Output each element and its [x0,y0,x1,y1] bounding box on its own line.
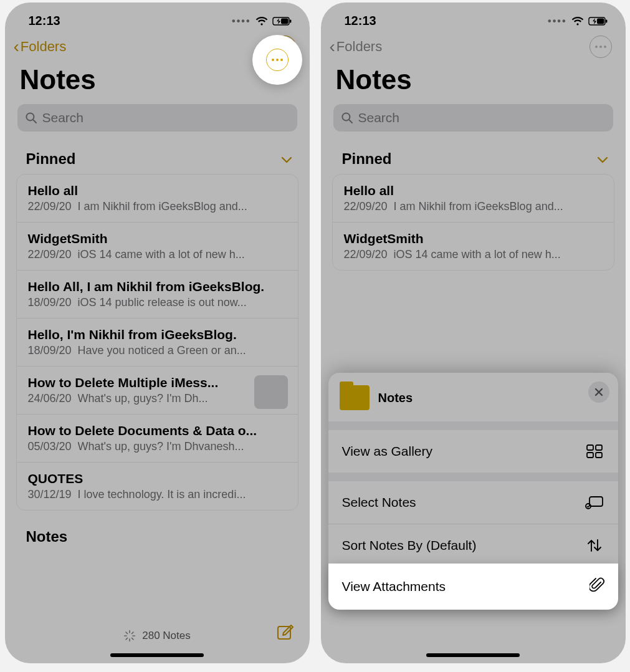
cellular-dots-icon: •••• [232,16,251,27]
chevron-left-icon: ‹ [14,37,19,57]
clock: 12:13 [29,14,60,28]
battery-charging-icon [272,16,292,26]
note-thumbnail [254,375,288,409]
paperclip-icon [589,577,604,597]
note-row[interactable]: How to Delete Multiple iMess... 24/06/20… [17,367,298,415]
note-preview: iOS 14 came with a lot of new h... [78,248,245,261]
note-title: How to Delete Multiple iMess... [28,375,234,390]
svg-line-12 [132,632,133,633]
sheet-header: Notes [328,373,618,421]
note-date: 22/09/20 [28,200,72,213]
notes-count: 280 Notes [123,630,191,642]
section-label: Pinned [26,150,76,168]
svg-rect-22 [596,453,602,458]
back-label: Folders [21,39,66,55]
wifi-icon [255,16,269,26]
view-as-gallery[interactable]: View as Gallery [328,430,618,473]
svg-rect-1 [290,19,291,22]
right-screenshot: 12:13 •••• ‹ Folders Notes Search Pinned [321,2,626,663]
note-row[interactable]: Hello all 22/09/20I am Nikhil from iGeek… [17,175,298,223]
left-screenshot: 12:13 •••• ‹ Folders Notes Search Pinned [5,2,310,663]
note-row[interactable]: Hello, I'm Nikhil from iGeeksBlog. 18/09… [17,319,298,367]
pinned-header[interactable]: Pinned [5,132,310,174]
search-input[interactable]: Search [17,104,297,132]
chevron-down-icon [281,150,292,168]
select-icon [585,494,604,511]
svg-rect-23 [589,497,603,506]
note-date: 22/09/20 [28,248,72,261]
svg-rect-19 [587,445,593,450]
search-icon [25,112,37,124]
note-preview: I love technology. It is an incredi... [78,488,246,501]
sort-notes[interactable]: Sort Notes By (Default) [328,524,618,567]
note-title: WidgetSmith [28,231,287,246]
status-bar: 12:13 •••• [5,2,310,32]
back-button[interactable]: ‹ Folders [14,37,67,57]
notes-section-header: Notes [5,511,310,552]
note-title: How to Delete Documents & Data o... [28,423,287,438]
note-title: QUOTES [28,471,287,486]
svg-line-11 [126,638,127,640]
view-attachments-highlight[interactable]: View Attachments [328,564,618,610]
note-row[interactable]: Hello All, I am Nikhil from iGeeksBlog. … [17,271,298,319]
note-preview: Have you noticed a Green or an... [78,344,246,357]
svg-rect-21 [587,453,593,458]
note-date: 05/03/20 [28,440,72,453]
select-notes[interactable]: Select Notes [328,481,618,524]
sheet-row-label: Sort Notes By (Default) [342,538,477,553]
note-row[interactable]: WidgetSmith 22/09/20iOS 14 came with a l… [17,223,298,271]
pinned-list: Hello all 22/09/20I am Nikhil from iGeek… [16,174,298,511]
more-button-highlight[interactable] [252,35,302,85]
note-preview: What's up, guys? I'm Dhvanesh... [78,440,244,453]
spinner-icon [123,630,136,642]
sheet-row-label: View as Gallery [342,444,433,459]
search-placeholder: Search [42,110,84,125]
note-row[interactable]: QUOTES 30/12/19I love technology. It is … [17,463,298,510]
note-preview: iOS 14 public release is out now... [78,296,247,309]
note-row[interactable]: How to Delete Documents & Data o... 05/0… [17,415,298,463]
svg-rect-2 [281,18,289,24]
note-title: Hello, I'm Nikhil from iGeeksBlog. [28,327,287,342]
note-preview: I am Nikhil from iGeeksBlog and... [78,200,247,213]
close-button[interactable] [588,382,609,403]
sheet-folder-name: Notes [378,391,413,405]
close-icon [594,388,603,396]
home-indicator[interactable] [426,653,520,657]
svg-line-8 [132,638,133,640]
folder-icon [340,385,370,410]
sheet-row-label: Select Notes [342,495,416,510]
note-date: 24/06/20 [28,392,72,405]
sort-icon [585,537,604,554]
note-date: 18/09/20 [28,296,72,309]
svg-line-7 [126,632,127,633]
svg-line-4 [33,120,36,123]
notes-count-label: 280 Notes [142,630,191,642]
note-title: Hello all [28,183,287,198]
svg-rect-20 [596,445,602,450]
sheet-row-label: View Attachments [342,579,446,594]
note-date: 30/12/19 [28,488,72,501]
grid-icon [585,443,604,460]
note-date: 18/09/20 [28,344,72,357]
note-title: Hello All, I am Nikhil from iGeeksBlog. [28,279,287,294]
home-indicator[interactable] [110,653,204,657]
note-preview: What's up, guys? I'm Dh... [78,392,208,405]
compose-button[interactable] [276,623,295,645]
